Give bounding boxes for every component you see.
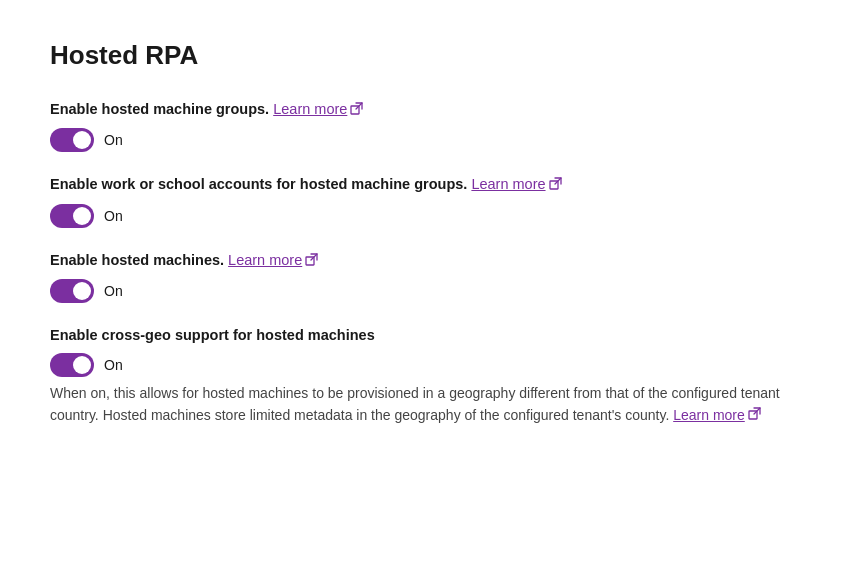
- description-external-link-icon-enable-cross-geo-support: [748, 405, 761, 427]
- setting-label-enable-work-school-accounts: Enable work or school accounts for hoste…: [50, 174, 800, 195]
- setting-label-text-enable-hosted-machines: Enable hosted machines.: [50, 252, 224, 268]
- external-link-icon-enable-work-school-accounts: [549, 175, 562, 195]
- toggle-thumb-enable-hosted-machine-groups: [73, 131, 91, 149]
- setting-label-enable-hosted-machine-groups: Enable hosted machine groups. Learn more: [50, 99, 800, 120]
- external-link-icon-enable-hosted-machines: [305, 251, 318, 271]
- toggle-status-enable-cross-geo-support: On: [104, 357, 123, 373]
- toggle-track-enable-cross-geo-support: [50, 353, 94, 377]
- learn-more-link-enable-hosted-machine-groups[interactable]: Learn more: [273, 101, 347, 117]
- toggle-thumb-enable-work-school-accounts: [73, 207, 91, 225]
- description-learn-more-link-enable-cross-geo-support[interactable]: Learn more: [673, 407, 745, 423]
- toggle-status-enable-hosted-machines: On: [104, 283, 123, 299]
- setting-description-enable-cross-geo-support: When on, this allows for hosted machines…: [50, 383, 800, 427]
- toggle-thumb-enable-hosted-machines: [73, 282, 91, 300]
- setting-group-enable-hosted-machines: Enable hosted machines. Learn more On: [50, 250, 800, 303]
- page-title: Hosted RPA: [50, 40, 800, 71]
- toggle-thumb-enable-cross-geo-support: [73, 356, 91, 374]
- toggle-row-enable-cross-geo-support: On: [50, 353, 800, 377]
- toggle-track-enable-work-school-accounts: [50, 204, 94, 228]
- learn-more-link-enable-hosted-machines[interactable]: Learn more: [228, 252, 302, 268]
- toggle-row-enable-work-school-accounts: On: [50, 204, 800, 228]
- toggle-enable-cross-geo-support[interactable]: [50, 353, 94, 377]
- setting-label-text-enable-hosted-machine-groups: Enable hosted machine groups.: [50, 101, 269, 117]
- toggle-enable-hosted-machine-groups[interactable]: [50, 128, 94, 152]
- external-link-icon-enable-hosted-machine-groups: [350, 100, 363, 120]
- toggle-enable-hosted-machines[interactable]: [50, 279, 94, 303]
- toggle-row-enable-hosted-machine-groups: On: [50, 128, 800, 152]
- toggle-track-enable-hosted-machines: [50, 279, 94, 303]
- setting-label-text-enable-cross-geo-support: Enable cross-geo support for hosted mach…: [50, 327, 375, 343]
- learn-more-link-enable-work-school-accounts[interactable]: Learn more: [471, 176, 545, 192]
- toggle-status-enable-work-school-accounts: On: [104, 208, 123, 224]
- toggle-track-enable-hosted-machine-groups: [50, 128, 94, 152]
- setting-group-enable-hosted-machine-groups: Enable hosted machine groups. Learn more…: [50, 99, 800, 152]
- setting-label-enable-cross-geo-support: Enable cross-geo support for hosted mach…: [50, 325, 800, 345]
- toggle-row-enable-hosted-machines: On: [50, 279, 800, 303]
- toggle-status-enable-hosted-machine-groups: On: [104, 132, 123, 148]
- setting-group-enable-work-school-accounts: Enable work or school accounts for hoste…: [50, 174, 800, 227]
- toggle-enable-work-school-accounts[interactable]: [50, 204, 94, 228]
- setting-label-enable-hosted-machines: Enable hosted machines. Learn more: [50, 250, 800, 271]
- setting-group-enable-cross-geo-support: Enable cross-geo support for hosted mach…: [50, 325, 800, 427]
- setting-label-text-enable-work-school-accounts: Enable work or school accounts for hoste…: [50, 176, 467, 192]
